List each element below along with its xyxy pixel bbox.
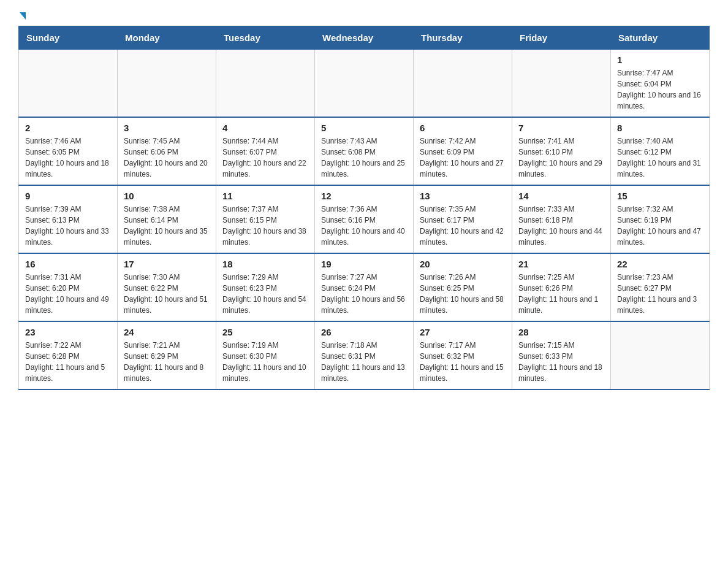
day-number: 28 [518, 327, 604, 337]
calendar-cell: 8Sunrise: 7:40 AMSunset: 6:12 PMDaylight… [611, 117, 710, 185]
calendar-cell: 22Sunrise: 7:23 AMSunset: 6:27 PMDayligh… [611, 253, 710, 321]
page-header [18, 12, 710, 20]
calendar-cell: 17Sunrise: 7:30 AMSunset: 6:22 PMDayligh… [118, 253, 216, 321]
calendar-cell: 1Sunrise: 7:47 AMSunset: 6:04 PMDaylight… [611, 50, 710, 118]
day-number: 15 [617, 191, 703, 201]
day-number: 25 [222, 327, 308, 337]
day-number: 12 [321, 191, 407, 201]
calendar-week-3: 9Sunrise: 7:39 AMSunset: 6:13 PMDaylight… [19, 185, 710, 253]
day-info: Sunrise: 7:17 AMSunset: 6:32 PMDaylight:… [420, 340, 506, 384]
day-number: 2 [25, 123, 111, 133]
calendar-cell: 12Sunrise: 7:36 AMSunset: 6:16 PMDayligh… [315, 185, 414, 253]
day-info: Sunrise: 7:38 AMSunset: 6:14 PMDaylight:… [124, 204, 210, 248]
day-info: Sunrise: 7:42 AMSunset: 6:09 PMDaylight:… [420, 136, 506, 180]
calendar-cell: 24Sunrise: 7:21 AMSunset: 6:29 PMDayligh… [118, 321, 216, 389]
day-number: 14 [518, 191, 604, 201]
weekday-header-row: SundayMondayTuesdayWednesdayThursdayFrid… [19, 26, 710, 50]
calendar-cell [19, 50, 118, 118]
calendar-cell: 11Sunrise: 7:37 AMSunset: 6:15 PMDayligh… [216, 185, 315, 253]
calendar-cell [611, 321, 710, 389]
calendar-cell: 21Sunrise: 7:25 AMSunset: 6:26 PMDayligh… [512, 253, 611, 321]
day-info: Sunrise: 7:35 AMSunset: 6:17 PMDaylight:… [420, 204, 506, 248]
calendar-cell: 10Sunrise: 7:38 AMSunset: 6:14 PMDayligh… [118, 185, 216, 253]
calendar-cell: 7Sunrise: 7:41 AMSunset: 6:10 PMDaylight… [512, 117, 611, 185]
calendar-week-5: 23Sunrise: 7:22 AMSunset: 6:28 PMDayligh… [19, 321, 710, 389]
calendar-cell [118, 50, 216, 118]
weekday-header-sunday: Sunday [19, 26, 118, 50]
day-number: 7 [518, 123, 604, 133]
day-number: 18 [222, 259, 308, 269]
day-info: Sunrise: 7:22 AMSunset: 6:28 PMDaylight:… [25, 340, 111, 384]
day-info: Sunrise: 7:23 AMSunset: 6:27 PMDaylight:… [617, 272, 703, 316]
day-number: 19 [321, 259, 407, 269]
day-number: 11 [222, 191, 308, 201]
weekday-header-thursday: Thursday [414, 26, 512, 50]
calendar-cell: 9Sunrise: 7:39 AMSunset: 6:13 PMDaylight… [19, 185, 118, 253]
day-number: 24 [124, 327, 210, 337]
calendar-cell: 20Sunrise: 7:26 AMSunset: 6:25 PMDayligh… [414, 253, 512, 321]
day-info: Sunrise: 7:18 AMSunset: 6:31 PMDaylight:… [321, 340, 407, 384]
calendar-cell: 14Sunrise: 7:33 AMSunset: 6:18 PMDayligh… [512, 185, 611, 253]
day-info: Sunrise: 7:37 AMSunset: 6:15 PMDaylight:… [222, 204, 308, 248]
calendar-cell [315, 50, 414, 118]
day-number: 10 [124, 191, 210, 201]
day-info: Sunrise: 7:39 AMSunset: 6:13 PMDaylight:… [25, 204, 111, 248]
day-info: Sunrise: 7:43 AMSunset: 6:08 PMDaylight:… [321, 136, 407, 180]
day-number: 26 [321, 327, 407, 337]
day-info: Sunrise: 7:25 AMSunset: 6:26 PMDaylight:… [518, 272, 604, 316]
calendar-week-2: 2Sunrise: 7:46 AMSunset: 6:05 PMDaylight… [19, 117, 710, 185]
day-info: Sunrise: 7:45 AMSunset: 6:06 PMDaylight:… [124, 136, 210, 180]
weekday-header-monday: Monday [118, 26, 216, 50]
calendar-cell: 19Sunrise: 7:27 AMSunset: 6:24 PMDayligh… [315, 253, 414, 321]
day-number: 8 [617, 123, 703, 133]
calendar-cell: 25Sunrise: 7:19 AMSunset: 6:30 PMDayligh… [216, 321, 315, 389]
day-info: Sunrise: 7:47 AMSunset: 6:04 PMDaylight:… [617, 67, 703, 112]
day-info: Sunrise: 7:27 AMSunset: 6:24 PMDaylight:… [321, 272, 407, 316]
calendar-cell: 4Sunrise: 7:44 AMSunset: 6:07 PMDaylight… [216, 117, 315, 185]
day-info: Sunrise: 7:41 AMSunset: 6:10 PMDaylight:… [518, 136, 604, 180]
calendar-cell: 2Sunrise: 7:46 AMSunset: 6:05 PMDaylight… [19, 117, 118, 185]
day-info: Sunrise: 7:40 AMSunset: 6:12 PMDaylight:… [617, 136, 703, 180]
day-info: Sunrise: 7:33 AMSunset: 6:18 PMDaylight:… [518, 204, 604, 248]
weekday-header-tuesday: Tuesday [216, 26, 315, 50]
calendar-cell [512, 50, 611, 118]
day-info: Sunrise: 7:19 AMSunset: 6:30 PMDaylight:… [222, 340, 308, 384]
day-number: 4 [222, 123, 308, 133]
calendar-cell: 18Sunrise: 7:29 AMSunset: 6:23 PMDayligh… [216, 253, 315, 321]
calendar-week-4: 16Sunrise: 7:31 AMSunset: 6:20 PMDayligh… [19, 253, 710, 321]
day-info: Sunrise: 7:26 AMSunset: 6:25 PMDaylight:… [420, 272, 506, 316]
day-number: 9 [25, 191, 111, 201]
calendar-cell: 5Sunrise: 7:43 AMSunset: 6:08 PMDaylight… [315, 117, 414, 185]
day-number: 13 [420, 191, 506, 201]
day-number: 23 [25, 327, 111, 337]
logo [18, 12, 26, 20]
calendar-table: SundayMondayTuesdayWednesdayThursdayFrid… [18, 26, 710, 390]
day-number: 6 [420, 123, 506, 133]
weekday-header-friday: Friday [512, 26, 611, 50]
day-number: 22 [617, 259, 703, 269]
day-number: 16 [25, 259, 111, 269]
day-number: 17 [124, 259, 210, 269]
weekday-header-wednesday: Wednesday [315, 26, 414, 50]
day-number: 20 [420, 259, 506, 269]
day-info: Sunrise: 7:32 AMSunset: 6:19 PMDaylight:… [617, 204, 703, 248]
day-info: Sunrise: 7:36 AMSunset: 6:16 PMDaylight:… [321, 204, 407, 248]
calendar-cell: 27Sunrise: 7:17 AMSunset: 6:32 PMDayligh… [414, 321, 512, 389]
calendar-cell: 23Sunrise: 7:22 AMSunset: 6:28 PMDayligh… [19, 321, 118, 389]
calendar-cell [414, 50, 512, 118]
weekday-header-saturday: Saturday [611, 26, 710, 50]
calendar-week-1: 1Sunrise: 7:47 AMSunset: 6:04 PMDaylight… [19, 50, 710, 118]
day-info: Sunrise: 7:15 AMSunset: 6:33 PMDaylight:… [518, 340, 604, 384]
day-number: 27 [420, 327, 506, 337]
day-number: 21 [518, 259, 604, 269]
day-number: 3 [124, 123, 210, 133]
day-number: 5 [321, 123, 407, 133]
calendar-cell: 28Sunrise: 7:15 AMSunset: 6:33 PMDayligh… [512, 321, 611, 389]
day-info: Sunrise: 7:46 AMSunset: 6:05 PMDaylight:… [25, 136, 111, 180]
calendar-cell: 13Sunrise: 7:35 AMSunset: 6:17 PMDayligh… [414, 185, 512, 253]
day-info: Sunrise: 7:29 AMSunset: 6:23 PMDaylight:… [222, 272, 308, 316]
day-info: Sunrise: 7:21 AMSunset: 6:29 PMDaylight:… [124, 340, 210, 384]
calendar-cell: 16Sunrise: 7:31 AMSunset: 6:20 PMDayligh… [19, 253, 118, 321]
day-info: Sunrise: 7:30 AMSunset: 6:22 PMDaylight:… [124, 272, 210, 316]
day-info: Sunrise: 7:31 AMSunset: 6:20 PMDaylight:… [25, 272, 111, 316]
